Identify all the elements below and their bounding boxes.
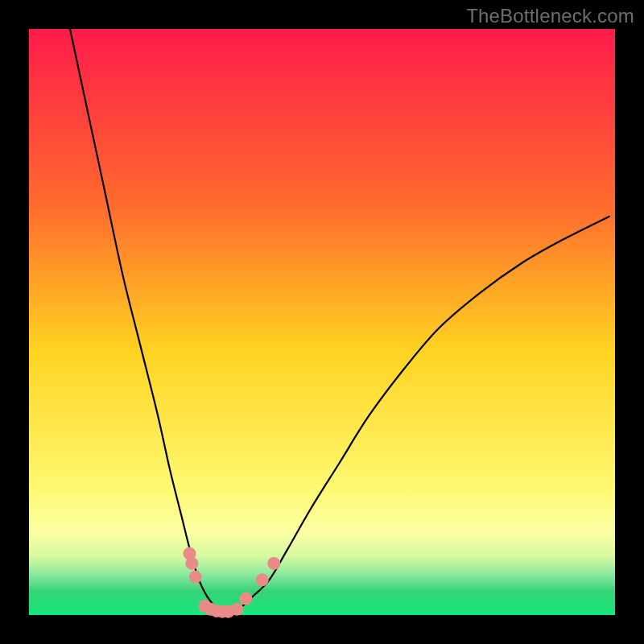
curve-marker-dot <box>185 557 198 570</box>
watermark-text: TheBottleneck.com <box>466 5 634 27</box>
chart-stage: TheBottleneck.com <box>0 0 644 644</box>
curve-marker-dot <box>267 557 280 570</box>
curve-marker-dot <box>230 603 243 616</box>
curve-marker-dot <box>256 573 269 586</box>
curve-marker-dot <box>239 592 252 605</box>
plot-area <box>29 29 615 615</box>
bottleneck-chart <box>0 0 644 644</box>
curve-marker-dot <box>189 571 202 584</box>
